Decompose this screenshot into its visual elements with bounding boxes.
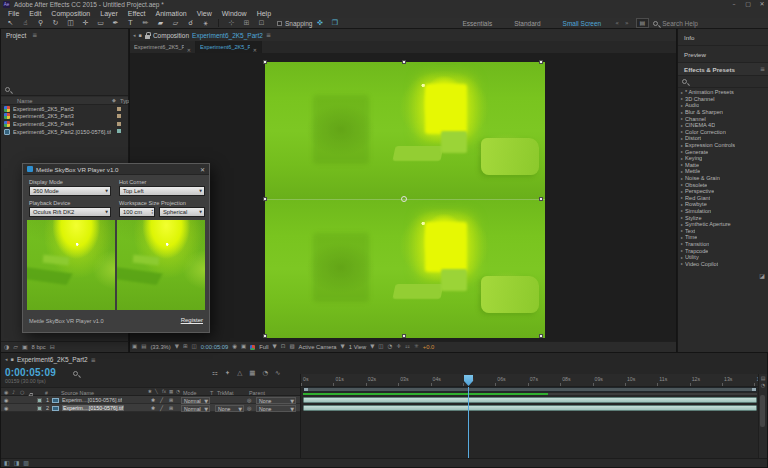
layer-source-name[interactable]: Experim....[0150-0576].tif [62, 405, 124, 411]
menu-item[interactable]: Composition [46, 10, 95, 17]
draft-3d-icon[interactable]: ✦ [225, 370, 230, 377]
effects-category[interactable]: Video Copilot [678, 260, 768, 267]
selection-handle[interactable] [263, 334, 267, 338]
project-item[interactable]: Experiment6_2K5_Part4 [1, 120, 128, 128]
layer-duration-bar[interactable] [303, 397, 757, 403]
playback-device-dropdown[interactable]: Oculus Rift DK2▼ [29, 207, 111, 217]
clone-stamp-tool[interactable]: ▰ [153, 20, 168, 27]
comp-marker-bin-icon[interactable]: ▤ [759, 376, 767, 381]
workspace-size-input[interactable]: 100 cm▴▾ [119, 207, 155, 217]
roto-brush-tool[interactable]: ☌ [183, 20, 198, 27]
help-search-input[interactable]: Search Help [662, 20, 768, 27]
new-animation-preset-icon[interactable]: ◪ [759, 273, 765, 279]
project-item[interactable]: Experiment6_2K5_Part2.[0150-0576].tif [1, 128, 128, 136]
effects-category[interactable]: Generate [678, 148, 768, 155]
project-item[interactable]: Experiment6_2K5_Part2 [1, 105, 128, 113]
source-name-column[interactable]: Source Name [61, 390, 94, 396]
label-color-chip[interactable] [117, 122, 121, 126]
local-axis-mode-button[interactable]: ⊹ [224, 20, 239, 27]
effects-category[interactable]: 3D Channel [678, 96, 768, 103]
project-search-input[interactable] [10, 86, 128, 94]
timeline-button-icon[interactable]: ✛ [396, 344, 401, 350]
menu-item[interactable]: Animation [151, 10, 192, 17]
brush-tool[interactable]: ✏ [138, 20, 153, 27]
effects-category[interactable]: Text [678, 227, 768, 234]
effects-category[interactable]: Simulation [678, 208, 768, 215]
menu-item[interactable]: View [192, 10, 217, 17]
dialog-titlebar[interactable]: Mettle SkyBox VR Player v1.0 ✕ [23, 164, 209, 175]
frame-blending-icon[interactable]: ▦ [249, 370, 255, 377]
type-tool[interactable]: T [123, 20, 138, 27]
timeline-search-icon[interactable] [73, 371, 78, 376]
minimize-button[interactable]: – [728, 1, 740, 7]
layer-color-swatch[interactable] [37, 398, 42, 403]
panel-collapse-icon[interactable]: ◂ [5, 357, 8, 362]
preview-panel-header[interactable]: Preview [678, 46, 768, 63]
rotation-tool[interactable]: ↻ [48, 20, 63, 27]
show-channels-icon[interactable] [250, 345, 255, 350]
collapse-switch[interactable]: ✱ [151, 406, 155, 411]
effects-category[interactable]: Red Giant [678, 195, 768, 202]
expand-transfer-controls-icon[interactable]: ◨ [14, 460, 20, 466]
trkmat-column[interactable]: TrkMat [217, 390, 234, 396]
effects-category[interactable]: CINEMA 4D [678, 122, 768, 129]
quality-switch[interactable]: ╱ [160, 398, 163, 403]
panel-menu-icon[interactable]: ≡ [760, 66, 765, 72]
panel-collapse-icon[interactable]: ◂ [133, 33, 136, 38]
graph-editor-icon[interactable]: ∿ [275, 370, 280, 377]
quality-switch[interactable]: ╱ [160, 406, 163, 411]
panel-menu-icon[interactable]: ≡ [266, 32, 271, 38]
fullscreen-button[interactable]: ❒ [327, 20, 342, 27]
hand-tool[interactable]: ☝ [18, 20, 33, 27]
layer-color-swatch[interactable] [37, 406, 42, 411]
stepper-down-icon[interactable]: ▾ [151, 212, 153, 215]
parent-dropdown[interactable]: None▼ [256, 405, 296, 412]
comp-flowchart-icon[interactable]: ⚏ [405, 344, 410, 350]
main-viewer-icon[interactable]: ▤ [141, 344, 146, 350]
chevron-down-icon[interactable]: ▼ [370, 344, 374, 350]
eraser-tool[interactable]: ▱ [168, 20, 183, 27]
hide-shy-layers-icon[interactable]: △ [237, 370, 242, 377]
menu-item[interactable]: Edit [24, 10, 46, 17]
trkmat-dropdown[interactable]: None▼ [215, 405, 244, 412]
hot-corner-dropdown[interactable]: Top Left▼ [119, 186, 205, 196]
blend-mode-dropdown[interactable]: Normal▼ [181, 397, 210, 404]
new-composition-icon[interactable]: ▣ [22, 344, 28, 350]
menu-item[interactable]: Window [217, 10, 252, 17]
new-folder-icon[interactable]: ▱ [13, 344, 18, 350]
lock-icon[interactable] [145, 35, 150, 39]
eye-icon[interactable]: ◉ [4, 406, 8, 411]
effects-category[interactable]: Trapcode [678, 247, 768, 254]
delete-icon[interactable]: ⊟ [50, 344, 55, 350]
workspace-next-icon[interactable]: » [622, 20, 632, 26]
label-color-chip[interactable] [117, 129, 121, 133]
show-snapshot-icon[interactable]: ▣ [241, 344, 246, 350]
composition-tab[interactable]: Experiment6_2K5_Part1 [130, 41, 196, 53]
project-item[interactable]: Experiment6_2K5_Part3 [1, 113, 128, 121]
panel-menu-icon[interactable]: ≡ [91, 357, 96, 363]
shape-tool[interactable]: ▭ [93, 20, 108, 27]
exposure-value[interactable]: +0.0 [423, 344, 434, 350]
layer-row[interactable]: ◉ 2 Experim....[0150-0576].tif ✱ ╱ ⊞ Nor… [1, 404, 300, 412]
selection-handle[interactable] [402, 60, 406, 64]
effects-category[interactable]: Color Correction [678, 129, 768, 136]
composition-canvas[interactable] [265, 62, 545, 338]
project-panel-header[interactable]: Project ≡ [1, 29, 128, 41]
parent-pickwhip-icon[interactable]: ◎ [247, 398, 251, 403]
zoom-tool[interactable]: ⚲ [33, 20, 48, 27]
effects-category[interactable]: Time [678, 234, 768, 241]
time-ruler[interactable]: 0s01s02s03s04s05s06s07s08s09s10s11s12s13… [301, 374, 758, 387]
effects-category[interactable]: Mettle [678, 168, 768, 175]
snapping-checkbox[interactable] [277, 21, 282, 26]
effects-panel-header[interactable]: Effects & Presets ≡ [678, 63, 768, 76]
effects-category[interactable]: Synthetic Aperture [678, 221, 768, 228]
panel-menu-icon[interactable]: ≡ [32, 32, 37, 38]
menu-item[interactable]: Layer [95, 10, 123, 17]
register-link[interactable]: Register [181, 317, 203, 323]
keyboard-shortcuts-icon[interactable]: ▤ [636, 18, 650, 28]
effect-switch[interactable]: ⊞ [169, 398, 173, 403]
name-column-header[interactable]: Name [17, 98, 32, 104]
motion-blur-icon[interactable]: ◔ [262, 370, 268, 377]
anchor-point[interactable] [401, 196, 407, 202]
magnification-dropdown[interactable]: (33.3%) [150, 344, 170, 350]
